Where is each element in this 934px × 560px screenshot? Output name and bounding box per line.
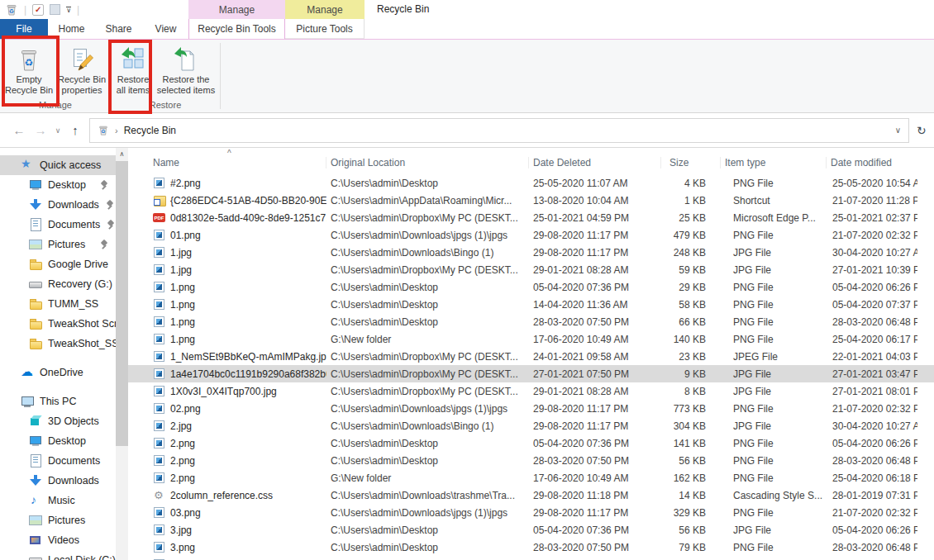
file-loc-cell: C:\Users\admin\Desktop	[326, 316, 529, 328]
file-row[interactable]	[128, 556, 934, 560]
file-row[interactable]: 2.jpgC:\Users\admin\Downloads\Bingo (1)2…	[128, 417, 934, 434]
sidebar-item-documents[interactable]: Documents	[0, 451, 116, 471]
file-row[interactable]: 0d81302e-5add-409c-8de9-1251c7...C:\User…	[128, 209, 934, 226]
qat-square-icon[interactable]	[50, 4, 60, 15]
sidebar-item-videos[interactable]: Videos	[0, 530, 116, 550]
tab-recycle-bin-tools[interactable]: Recycle Bin Tools	[188, 19, 285, 39]
column-header-size[interactable]: Size	[661, 157, 721, 168]
image-file-icon	[153, 437, 165, 449]
forward-button[interactable]: →	[30, 123, 51, 137]
recycle-bin-properties-button[interactable]: Recycle Bin properties	[55, 43, 108, 96]
tab-picture-tools[interactable]: Picture Tools	[285, 19, 365, 39]
sidebar-item-local-disk-c-[interactable]: Local Disk (C:)	[0, 550, 116, 560]
sidebar-item-label: Downloads	[48, 475, 99, 486]
file-size-cell: 141 KB	[661, 438, 721, 449]
file-deleted-cell: 17-06-2020 10:49 AM	[529, 472, 661, 484]
downloads-icon	[29, 474, 42, 487]
sidebar-item-tweakshot-ss[interactable]: TweakShot_SS	[0, 334, 116, 354]
sidebar-scrollbar[interactable]: ∧	[116, 148, 128, 560]
scrollbar-thumb[interactable]	[116, 161, 128, 446]
scrollbar-up-arrow-icon[interactable]: ∧	[116, 148, 128, 160]
file-name-cell: 1.png	[128, 281, 326, 293]
sidebar-item-documents[interactable]: Documents	[0, 215, 116, 235]
sidebar-item-downloads[interactable]: Downloads	[0, 471, 116, 491]
file-row[interactable]: 2.pngC:\Users\admin\Desktop05-04-2020 07…	[128, 434, 934, 452]
sidebar-item-3d-objects[interactable]: 3D Objects	[0, 411, 116, 431]
column-header-item-type[interactable]: Item type	[721, 157, 827, 168]
file-name: 1.png	[170, 299, 195, 311]
file-row[interactable]: 2.pngG:\New folder17-06-2020 10:49 AM162…	[128, 469, 934, 486]
file-name: 1.jpg	[170, 264, 192, 276]
column-header-original-location[interactable]: Original Location	[326, 157, 529, 168]
qat-customize-dropdown-icon[interactable]: ∨	[66, 7, 71, 13]
file-row[interactable]: 1a4e1704bc0c1191b9290a68f382b6...C:\User…	[128, 365, 934, 382]
sidebar-item-onedrive[interactable]: OneDrive	[0, 363, 116, 382]
sidebar-item-google-drive[interactable]: Google Drive	[0, 254, 116, 274]
file-row[interactable]: 01.pngC:\Users\admin\Downloads\jpgs (1)\…	[128, 226, 934, 244]
file-explorer-window: ♻ | ✓ ∨ | Manage Manage Recycle Bin File…	[0, 0, 934, 560]
column-header-name[interactable]: Name	[128, 157, 326, 168]
column-header-date-deleted[interactable]: Date Deleted	[529, 157, 661, 168]
file-row[interactable]: 1.jpgC:\Users\admin\Downloads\Bingo (1)2…	[128, 244, 934, 261]
sidebar-item-this-pc[interactable]: This PC	[0, 392, 116, 411]
desktop-icon	[29, 178, 42, 192]
tab-share[interactable]: Share	[95, 19, 142, 39]
file-name-cell: 1.jpg	[128, 246, 326, 259]
file-type-cell: Microsoft Edge P...	[721, 212, 827, 224]
sidebar-item-recovery-g-[interactable]: Recovery (G:)	[0, 274, 116, 294]
up-button[interactable]: ↑	[64, 123, 86, 137]
sidebar-item-desktop[interactable]: Desktop	[0, 175, 116, 195]
empty-recycle-bin-button[interactable]: ♻ Empty Recycle Bin	[2, 43, 55, 96]
address-bar: ← → ∨ ↑ ♻ › Recycle Bin ∨ ↻	[0, 113, 934, 148]
file-row[interactable]: 02.pngC:\Users\admin\Downloads\jpgs (1)\…	[128, 400, 934, 417]
tab-view[interactable]: View	[142, 19, 189, 39]
sidebar-item-tweakshot-scree[interactable]: TweakShot Scree	[0, 314, 116, 334]
file-row[interactable]: 1.jpgC:\Users\admin\Dropbox\My PC (DESKT…	[128, 261, 934, 278]
file-deleted-cell: 29-01-2021 08:28 AM	[529, 264, 661, 276]
breadcrumb-chevron-icon[interactable]: ›	[115, 126, 118, 135]
sidebar-item-tumm-ss[interactable]: TUMM_SS	[0, 294, 116, 314]
file-type-cell: PNG File	[721, 507, 827, 519]
file-deleted-cell: 14-04-2020 11:36 AM	[529, 299, 661, 311]
documents-icon	[29, 454, 42, 467]
file-row[interactable]: 1.pngC:\Users\admin\Desktop05-04-2020 07…	[128, 278, 934, 296]
qat-checkbox-icon[interactable]: ✓	[32, 4, 44, 16]
file-row[interactable]: 3.pngC:\Users\admin\Desktop28-03-2020 07…	[128, 539, 934, 556]
history-dropdown-icon[interactable]: ∨	[51, 126, 64, 135]
ribbon-group-manage: ♻ Empty Recycle Bin	[2, 40, 108, 112]
restore-all-items-button[interactable]: Restore all items	[112, 43, 154, 96]
sidebar-item-desktop[interactable]: Desktop	[0, 431, 116, 451]
address-dropdown-icon[interactable]: ∨	[895, 126, 901, 135]
file-row[interactable]: {C286EDC4-51AB-4D50-BB20-90EF...C:\Users…	[128, 192, 934, 209]
tab-home[interactable]: Home	[48, 19, 95, 39]
file-row[interactable]: 2column_reference.cssC:\Users\admin\Down…	[128, 486, 934, 504]
file-row[interactable]: 3.jpgC:\Users\admin\Desktop05-04-2020 07…	[128, 521, 934, 539]
file-deleted-cell: 29-08-2020 11:17 PM	[529, 403, 661, 415]
file-type-cell: JPG File	[721, 420, 827, 432]
file-row[interactable]: 1_NemSEt9BbKeQ-mAmIMPakg.jp...C:\Users\a…	[128, 348, 934, 365]
file-loc-cell: C:\Users\admin\Downloads\trashme\Tra...	[326, 490, 529, 501]
refresh-icon[interactable]: ↻	[917, 124, 927, 137]
sidebar-item-pictures[interactable]: Pictures	[0, 235, 116, 254]
back-button[interactable]: ←	[8, 123, 30, 137]
address-input[interactable]: ♻ › Recycle Bin ∨	[89, 118, 909, 143]
recycle-bin-properties-icon	[69, 45, 95, 74]
tab-file[interactable]: File	[0, 19, 48, 39]
file-row[interactable]: #2.pngC:\Users\admin\Desktop25-05-2020 1…	[128, 174, 934, 192]
file-row[interactable]: 1X0v3I_0X4ITqp700.jpgC:\Users\admin\Drop…	[128, 382, 934, 400]
file-deleted-cell: 29-08-2020 11:17 PM	[529, 247, 661, 259]
file-type-cell: PNG File	[721, 438, 827, 449]
file-row[interactable]: 03.pngC:\Users\admin\Downloads\jpgs (1)\…	[128, 504, 934, 521]
file-row[interactable]: 2.pngC:\Users\admin\Desktop28-03-2020 07…	[128, 452, 934, 469]
file-row[interactable]: 1.pngC:\Users\admin\Desktop28-03-2020 07…	[128, 313, 934, 330]
restore-selected-items-button[interactable]: Restore the selected items	[154, 43, 218, 96]
sidebar-item-pictures[interactable]: Pictures	[0, 510, 116, 530]
file-row[interactable]: 1.pngG:\New folder17-06-2020 10:49 AM140…	[128, 330, 934, 348]
sidebar-item-music[interactable]: Music	[0, 491, 116, 510]
column-header-date-modified[interactable]: Date modified	[827, 157, 917, 168]
file-row[interactable]: 1.pngC:\Users\admin\Desktop14-04-2020 11…	[128, 296, 934, 313]
file-loc-cell: C:\Users\admin\Desktop	[326, 455, 529, 467]
sidebar-item-quick-access[interactable]: Quick access	[0, 155, 116, 175]
breadcrumb[interactable]: Recycle Bin	[124, 125, 176, 136]
sidebar-item-downloads[interactable]: Downloads	[0, 195, 116, 215]
